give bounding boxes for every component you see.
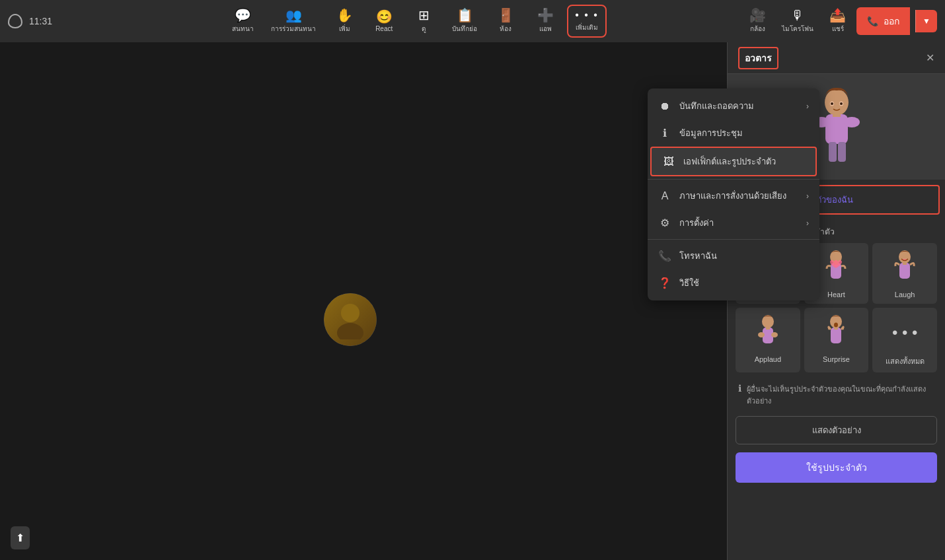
reaction-more-icon: • • •	[888, 313, 921, 353]
surprise-avatar-svg	[821, 314, 850, 352]
reaction-more[interactable]: • • • แสดงทั้งหมด	[872, 308, 937, 372]
heart-avatar-svg	[821, 249, 850, 287]
end-call-button[interactable]: 📞 ออก	[856, 7, 910, 35]
svg-rect-30	[834, 327, 838, 330]
svg-rect-21	[899, 263, 910, 279]
menu-item-language[interactable]: A ภาษาและการสั่งงานด้วยเสียง ›	[648, 182, 819, 209]
menu-item-effects-label: เอฟเฟ็กต์และรูปประจำตัว	[683, 155, 776, 168]
view-icon: ⊞	[418, 9, 430, 22]
share-label: แชร์	[832, 24, 844, 34]
rooms-button[interactable]: 🚪 ห้อง	[488, 5, 523, 38]
svg-rect-29	[831, 328, 841, 343]
reaction-laugh[interactable]: Laugh	[872, 243, 937, 304]
end-call-label: ออก	[884, 14, 899, 28]
clock: 11:31	[29, 16, 52, 26]
participant-avatar	[324, 293, 377, 346]
react-label: React	[375, 25, 393, 32]
reaction-surprise[interactable]: Surprise	[804, 308, 869, 372]
chat-label: สนทนา	[232, 24, 254, 34]
menu-item-record[interactable]: ⏺ บันทึกและถอดความ ›	[648, 92, 819, 120]
menu-item-help[interactable]: ❓ วิธีใช้	[648, 269, 819, 297]
topbar-center: 💬 สนทนา 👥 การร่วมสนทนา ✋ เพิ่ม 😊 React ⊞…	[87, 5, 744, 38]
heart-label: Heart	[827, 291, 845, 298]
svg-point-6	[844, 117, 860, 127]
reaction-surprise-icon	[819, 313, 852, 353]
svg-rect-22	[903, 262, 907, 265]
applaud-label: Applaud	[755, 355, 781, 363]
settings-arrow-icon: ›	[806, 219, 809, 228]
svg-point-1	[337, 323, 363, 339]
participants-icon: 👥	[285, 9, 302, 22]
record-icon: ⏺	[658, 100, 671, 112]
end-call-dropdown-button[interactable]: ▼	[915, 10, 937, 32]
participants-label: การร่วมสนทนา	[271, 24, 316, 34]
svg-point-26	[758, 332, 765, 337]
shield-icon	[8, 14, 22, 28]
svg-point-10	[840, 102, 843, 105]
view-button[interactable]: ⊞ ดู	[406, 5, 441, 38]
add-icon: ✋	[336, 9, 353, 22]
mic-label: ไมโครโฟน	[782, 24, 813, 34]
menu-item-call[interactable]: 📞 โทรหาฉัน	[648, 242, 819, 269]
menu-item-meeting-info-label: ข้อมูลการประชุม	[679, 126, 743, 140]
more-label: เพิ่มเติม	[576, 22, 598, 32]
reaction-laugh-icon	[888, 248, 921, 288]
language-arrow-icon: ›	[806, 192, 809, 201]
call-icon: 📞	[658, 250, 671, 262]
panel-close-button[interactable]: ✕	[926, 52, 934, 64]
info-icon: ℹ	[658, 127, 671, 139]
end-call-phone-icon: 📞	[867, 16, 878, 26]
topbar-left: 11:31	[8, 14, 87, 28]
share-button[interactable]: 📤 แชร์	[824, 5, 851, 38]
svg-point-9	[831, 102, 833, 105]
info-notice: ℹ ผู้อื่นจะไม่เห็นรูปประจำตัวของคุณในขณะ…	[728, 378, 945, 412]
more-button[interactable]: • • • เพิ่มเติม	[567, 5, 607, 38]
use-avatar-button[interactable]: ใช้รูปประจำตัว	[736, 452, 937, 483]
bottom-left-icon[interactable]: ⬆	[11, 526, 30, 549]
menu-item-meeting-info[interactable]: ℹ ข้อมูลการประชุม	[648, 120, 819, 147]
bottom-icon-symbol: ⬆	[16, 532, 24, 543]
mic-icon: 🎙	[791, 9, 804, 22]
more-icon: • • •	[575, 10, 599, 20]
apps-button[interactable]: ➕ แอพ	[527, 5, 563, 38]
rooms-icon: 🚪	[498, 9, 514, 22]
mic-button[interactable]: 🎙 ไมโครโฟน	[776, 5, 819, 38]
applaud-avatar-svg	[753, 314, 782, 352]
menu-item-settings[interactable]: ⚙ การตั้งค่า ›	[648, 209, 819, 236]
share-icon: 📤	[829, 9, 846, 22]
effects-icon: 🖼	[662, 156, 675, 168]
react-icon: 😊	[376, 10, 393, 23]
participant-video	[324, 293, 377, 346]
topbar: 11:31 💬 สนทนา 👥 การร่วมสนทนา ✋ เพิ่ม 😊 R…	[0, 0, 945, 42]
preview-button[interactable]: แสดงตัวอย่าง	[736, 416, 937, 444]
svg-rect-3	[825, 114, 848, 144]
topbar-right: 🎥 กล้อง 🎙 ไมโครโฟน 📤 แชร์ 📞 ออก ▼	[744, 5, 937, 38]
menu-item-effects[interactable]: 🖼 เอฟเฟ็กต์และรูปประจำตัว	[650, 147, 817, 176]
avatar-tab[interactable]: อวตาร	[738, 47, 778, 69]
add-label: เพิ่ม	[339, 24, 350, 34]
camera-icon: 🎥	[749, 9, 766, 22]
svg-rect-4	[833, 113, 841, 117]
main-area: ⏺ บันทึกและถอดความ › ℹ ข้อมูลการประชุม 🖼…	[0, 42, 945, 560]
record-arrow-icon: ›	[806, 102, 809, 111]
chat-button[interactable]: 💬 สนทนา	[225, 5, 260, 38]
participants-button[interactable]: 👥 การร่วมสนทนา	[264, 5, 322, 38]
menu-item-language-label: ภาษาและการสั่งงานด้วยเสียง	[679, 189, 786, 203]
svg-point-31	[834, 323, 838, 328]
rooms-label: ห้อง	[500, 24, 511, 34]
svg-rect-25	[766, 327, 770, 330]
reaction-heart-icon	[819, 248, 852, 288]
notes-button[interactable]: 📋 บันทึกย่อ	[445, 5, 484, 38]
add-button[interactable]: ✋ เพิ่ม	[326, 5, 362, 38]
apps-icon: ➕	[537, 9, 554, 22]
menu-item-settings-label: การตั้งค่า	[679, 216, 714, 230]
notes-label: บันทึกย่อ	[452, 24, 477, 34]
menu-separator-1	[648, 179, 819, 180]
reaction-applaud[interactable]: Applaud	[736, 308, 800, 372]
camera-button[interactable]: 🎥 กล้อง	[744, 5, 771, 38]
view-label: ดู	[422, 24, 426, 34]
react-button[interactable]: 😊 React	[366, 6, 402, 36]
menu-item-help-label: วิธีใช้	[679, 276, 699, 290]
menu-separator-2	[648, 239, 819, 240]
settings-icon: ⚙	[658, 217, 671, 229]
